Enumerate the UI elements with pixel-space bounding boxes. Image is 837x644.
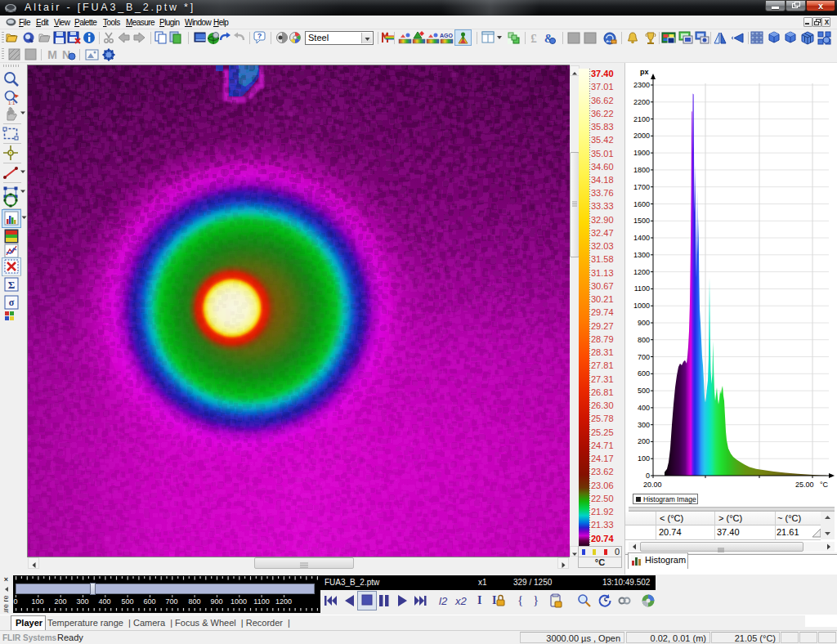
svg-text:AGO: AGO [440, 33, 454, 38]
svg-text:σ: σ [9, 297, 15, 308]
svg-text:Σ: Σ [8, 279, 16, 291]
svg-text:?: ? [257, 32, 262, 40]
svg-text:M: M [47, 48, 57, 61]
svg-text:£: £ [530, 32, 537, 45]
